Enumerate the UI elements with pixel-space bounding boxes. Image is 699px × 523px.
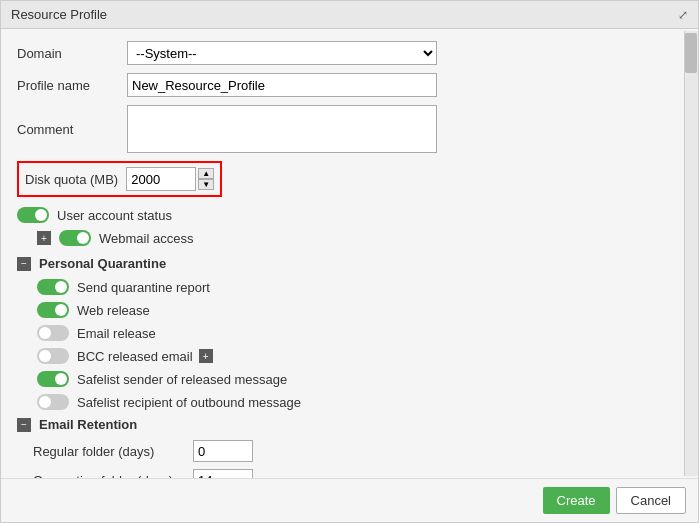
quarantine-folder-row: Quarantine folder (days) bbox=[33, 469, 682, 478]
cancel-button[interactable]: Cancel bbox=[616, 487, 686, 514]
resize-icon[interactable]: ⤢ bbox=[678, 8, 688, 22]
personal-quarantine-title: Personal Quarantine bbox=[39, 256, 166, 271]
dialog-title: Resource Profile bbox=[11, 7, 107, 22]
bcc-released-email-toggle[interactable] bbox=[37, 348, 69, 364]
disk-quota-down[interactable]: ▼ bbox=[198, 179, 214, 190]
webmail-plus-icon[interactable]: + bbox=[37, 231, 51, 245]
send-quarantine-report-toggle[interactable] bbox=[37, 279, 69, 295]
regular-folder-label: Regular folder (days) bbox=[33, 444, 193, 459]
safelist-recipient-toggle[interactable] bbox=[37, 394, 69, 410]
email-retention-collapse[interactable]: − bbox=[17, 418, 31, 432]
email-release-toggle[interactable] bbox=[37, 325, 69, 341]
create-button[interactable]: Create bbox=[543, 487, 610, 514]
user-account-status-row: User account status bbox=[17, 207, 682, 223]
email-retention-title: Email Retention bbox=[39, 417, 137, 432]
bcc-released-email-label: BCC released email bbox=[77, 349, 193, 364]
bcc-plus-icon[interactable]: + bbox=[199, 349, 213, 363]
web-release-toggle[interactable] bbox=[37, 302, 69, 318]
profile-name-row: Profile name bbox=[17, 73, 682, 97]
user-account-status-label: User account status bbox=[57, 208, 172, 223]
safelist-sender-row: Safelist sender of released message bbox=[37, 371, 682, 387]
send-quarantine-report-row: Send quarantine report bbox=[37, 279, 682, 295]
disk-quota-input[interactable] bbox=[126, 167, 196, 191]
disk-quota-spinner[interactable]: ▲ ▼ bbox=[198, 168, 214, 190]
email-release-label: Email release bbox=[77, 326, 156, 341]
safelist-sender-toggle[interactable] bbox=[37, 371, 69, 387]
comment-textarea[interactable] bbox=[127, 105, 437, 153]
disk-quota-label: Disk quota (MB) bbox=[25, 172, 118, 187]
send-quarantine-report-label: Send quarantine report bbox=[77, 280, 210, 295]
disk-quota-row: Disk quota (MB) ▲ ▼ bbox=[17, 161, 222, 197]
safelist-recipient-label: Safelist recipient of outbound message bbox=[77, 395, 301, 410]
domain-row: Domain --System-- bbox=[17, 41, 682, 65]
scrollbar-thumb[interactable] bbox=[685, 33, 697, 73]
safelist-recipient-row: Safelist recipient of outbound message bbox=[37, 394, 682, 410]
webmail-access-toggle[interactable] bbox=[59, 230, 91, 246]
web-release-row: Web release bbox=[37, 302, 682, 318]
email-release-row: Email release bbox=[37, 325, 682, 341]
regular-folder-row: Regular folder (days) bbox=[33, 440, 682, 462]
personal-quarantine-header: − Personal Quarantine bbox=[17, 256, 682, 271]
domain-select[interactable]: --System-- bbox=[127, 41, 437, 65]
profile-name-label: Profile name bbox=[17, 78, 127, 93]
user-account-status-toggle[interactable] bbox=[17, 207, 49, 223]
safelist-sender-label: Safelist sender of released message bbox=[77, 372, 287, 387]
dialog-body: Domain --System-- Profile name Comment D… bbox=[1, 29, 698, 478]
resource-profile-dialog: Resource Profile ⤢ Domain --System-- Pro… bbox=[0, 0, 699, 523]
personal-quarantine-collapse[interactable]: − bbox=[17, 257, 31, 271]
dialog-footer: Create Cancel bbox=[1, 478, 698, 522]
domain-label: Domain bbox=[17, 46, 127, 61]
disk-quota-up[interactable]: ▲ bbox=[198, 168, 214, 179]
webmail-access-row: + Webmail access bbox=[37, 230, 682, 246]
bcc-released-email-row: BCC released email + bbox=[37, 348, 682, 364]
email-retention-header: − Email Retention bbox=[17, 417, 682, 432]
dialog-titlebar: Resource Profile ⤢ bbox=[1, 1, 698, 29]
web-release-label: Web release bbox=[77, 303, 150, 318]
profile-name-input[interactable] bbox=[127, 73, 437, 97]
quarantine-folder-input[interactable] bbox=[193, 469, 253, 478]
comment-label: Comment bbox=[17, 122, 127, 137]
regular-folder-input[interactable] bbox=[193, 440, 253, 462]
webmail-access-label: Webmail access bbox=[99, 231, 193, 246]
scrollbar[interactable] bbox=[684, 31, 698, 476]
comment-row: Comment bbox=[17, 105, 682, 153]
